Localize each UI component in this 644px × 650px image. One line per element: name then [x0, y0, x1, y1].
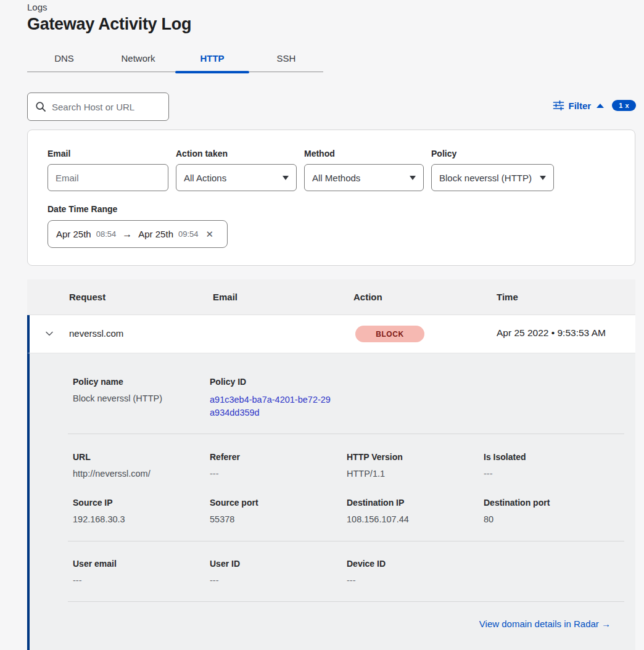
url-label: URL [73, 452, 210, 462]
row-details-panel: Policy name Block neverssl (HTTP) Policy… [27, 353, 635, 650]
section-divider [68, 601, 624, 602]
view-radar-link[interactable]: View domain details in Radar → [479, 619, 611, 629]
referer-value: --- [210, 469, 347, 479]
policy-filter: Policy Block neverssl (HTTP) [431, 149, 554, 191]
destination-ip-label: Destination IP [347, 498, 484, 508]
http-version-value: HTTP/1.1 [347, 469, 484, 479]
tab-dns[interactable]: DNS [27, 44, 101, 72]
action-filter-value: All Actions [184, 173, 226, 183]
search-box[interactable] [27, 93, 169, 121]
user-email-field: User email --- [73, 559, 210, 585]
referer-field: Referer --- [210, 452, 347, 479]
end-date: Apr 25th [138, 229, 173, 239]
user-email-label: User email [73, 559, 210, 569]
filter-button[interactable]: Filter [569, 101, 592, 111]
column-header-time: Time [497, 292, 518, 302]
method-filter-value: All Methods [312, 173, 360, 183]
destination-ip-value: 108.156.107.44 [347, 514, 484, 524]
filter-sliders-icon [553, 100, 564, 111]
policy-id-link[interactable]: a91c3eb4-ba7a-4201-be72-29a934dd359d [210, 393, 332, 419]
date-time-range-filter: Date Time Range Apr 25th 08:54 → Apr 25t… [47, 204, 615, 248]
log-type-tabs: DNS Network HTTP SSH [27, 44, 323, 72]
source-ip-field: Source IP 192.168.30.3 [73, 498, 210, 524]
email-filter-label: Email [47, 149, 168, 158]
table-row[interactable]: neverssl.com BLOCK Apr 25 2022 • 9:53:53… [27, 315, 635, 353]
policy-name-value: Block neverssl (HTTP) [73, 393, 210, 403]
url-field: URL http://neverssl.com/ [73, 452, 210, 479]
http-version-label: HTTP Version [347, 452, 484, 462]
chevron-down-icon [410, 176, 416, 180]
source-port-label: Source port [210, 498, 347, 508]
http-version-field: HTTP Version HTTP/1.1 [347, 452, 484, 479]
policy-name-label: Policy name [73, 377, 210, 387]
source-port-field: Source port 55378 [210, 498, 347, 524]
destination-port-label: Destination port [484, 498, 621, 508]
expand-chevron-icon[interactable] [44, 329, 54, 341]
column-header-action: Action [353, 292, 382, 302]
url-value: http://neverssl.com/ [73, 469, 210, 479]
filter-panel: Email Action taken All Actions Method Al… [27, 130, 635, 266]
tab-http[interactable]: HTTP [175, 44, 249, 72]
user-id-value: --- [210, 575, 347, 585]
start-date: Apr 25th [56, 229, 91, 239]
log-table-header: Request Email Action Time [27, 279, 635, 315]
method-filter-label: Method [304, 149, 424, 158]
device-id-value: --- [347, 575, 484, 585]
email-filter-input[interactable] [47, 164, 168, 191]
destination-port-value: 80 [484, 514, 621, 524]
policy-section: Policy name Block neverssl (HTTP) Policy… [73, 377, 621, 419]
referer-label: Referer [210, 452, 347, 462]
page-title: Gateway Activity Log [27, 15, 191, 34]
email-filter: Email [47, 149, 168, 191]
date-range-label: Date Time Range [47, 204, 117, 214]
user-id-field: User ID --- [210, 559, 347, 585]
action-block-badge: BLOCK [355, 326, 424, 342]
breadcrumb[interactable]: Logs [27, 2, 47, 12]
policy-filter-value: Block neverssl (HTTP) [439, 173, 532, 183]
source-port-value: 55378 [210, 514, 347, 524]
user-section: User email --- User ID --- Device ID --- [73, 559, 621, 585]
filter-controls[interactable]: Filter 1 x [553, 97, 636, 113]
chevron-down-icon [540, 176, 546, 180]
row-time-value: Apr 25 2022 • 9:53:53 AM [497, 327, 606, 339]
source-ip-label: Source IP [73, 498, 210, 508]
action-filter: Action taken All Actions [176, 149, 297, 191]
source-ip-value: 192.168.30.3 [73, 514, 210, 524]
device-id-field: Device ID --- [347, 559, 484, 585]
policy-name-field: Policy name Block neverssl (HTTP) [73, 377, 210, 419]
method-filter-select[interactable]: All Methods [304, 164, 424, 191]
section-divider [68, 541, 624, 541]
range-arrow-icon: → [122, 229, 132, 240]
is-isolated-field: Is Isolated --- [484, 452, 621, 479]
http-section: URL http://neverssl.com/ Referer --- HTT… [73, 452, 621, 479]
section-divider [68, 434, 624, 434]
clear-date-range-icon[interactable]: ✕ [206, 229, 214, 240]
network-section: Source IP 192.168.30.3 Source port 55378… [73, 498, 621, 524]
column-header-request: Request [69, 292, 105, 302]
date-range-picker[interactable]: Apr 25th 08:54 → Apr 25th 09:54 ✕ [47, 220, 228, 248]
action-filter-select[interactable]: All Actions [176, 164, 297, 191]
tab-network[interactable]: Network [101, 44, 175, 72]
policy-filter-select[interactable]: Block neverssl (HTTP) [431, 164, 554, 191]
filter-count-badge[interactable]: 1 x [612, 100, 636, 111]
device-id-label: Device ID [347, 559, 484, 569]
destination-ip-field: Destination IP 108.156.107.44 [347, 498, 484, 524]
collapse-caret-icon[interactable] [597, 104, 604, 108]
user-id-label: User ID [210, 559, 347, 569]
policy-id-label: Policy ID [210, 377, 347, 387]
tab-ssh[interactable]: SSH [249, 44, 323, 72]
policy-id-field: Policy ID a91c3eb4-ba7a-4201-be72-29a934… [210, 377, 347, 419]
start-time: 08:54 [96, 229, 117, 239]
is-isolated-label: Is Isolated [484, 452, 621, 462]
method-filter: Method All Methods [304, 149, 424, 191]
action-filter-label: Action taken [176, 149, 297, 158]
search-input[interactable] [52, 102, 161, 112]
search-icon [35, 101, 46, 112]
destination-port-field: Destination port 80 [484, 498, 621, 524]
is-isolated-value: --- [484, 469, 621, 479]
end-time: 09:54 [178, 229, 199, 239]
user-email-value: --- [73, 575, 210, 585]
policy-filter-label: Policy [431, 149, 554, 158]
chevron-down-icon [283, 176, 289, 180]
row-request-value: neverssl.com [69, 328, 123, 339]
